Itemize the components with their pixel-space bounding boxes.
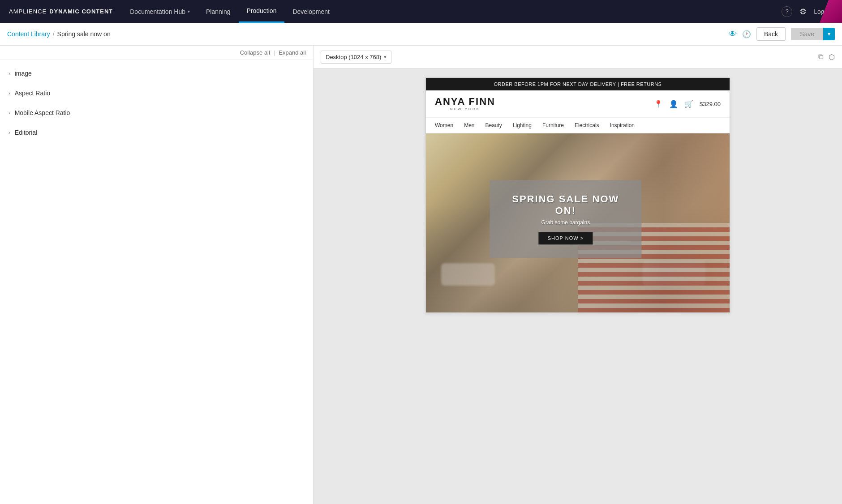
device-label: Desktop (1024 x 768) [326, 54, 381, 60]
copy-preview-button[interactable]: ⧉ [818, 53, 823, 61]
store-announcement: ORDER BEFORE 1PM FOR NEXT DAY DELIVERY |… [426, 78, 730, 90]
toolbar-separator: | [274, 49, 275, 56]
hero-content: SPRING SALE NOW ON! Grab some bargains S… [490, 180, 641, 258]
hero-box: SPRING SALE NOW ON! Grab some bargains S… [490, 180, 641, 258]
nav-item-development[interactable]: Development [284, 0, 338, 23]
chevron-right-icon: › [9, 71, 10, 76]
main-layout: Collapse all | Expand all › image › Aspe… [0, 46, 842, 504]
preview-toolbar-right: ⧉ ⬡ [818, 53, 835, 61]
nav-item-planning[interactable]: Planning [198, 0, 239, 23]
nav-items: Documentation Hub ▾ Planning Production … [122, 0, 774, 23]
sidebar-item-image-label: image [15, 70, 32, 77]
store-nav-beauty[interactable]: Beauty [485, 122, 502, 128]
right-panel: Desktop (1024 x 768) ▾ ⧉ ⬡ ORDER BEFORE … [314, 46, 842, 504]
collapse-all-button[interactable]: Collapse all [240, 49, 270, 56]
sidebar-item-mobile-aspect-ratio[interactable]: › Mobile Aspect Ratio [0, 103, 313, 123]
store-header: ANYA FINN NEW YORK 📍 👤 🛒 $329.00 [426, 90, 730, 118]
sidebar-item-editorial[interactable]: › Editorial [0, 123, 313, 142]
nav-item-documentation-hub[interactable]: Documentation Hub ▾ [122, 0, 198, 23]
preview-area: ORDER BEFORE 1PM FOR NEXT DAY DELIVERY |… [314, 68, 842, 504]
store-nav-inspiration[interactable]: Inspiration [610, 122, 635, 128]
chevron-down-icon: ▾ [188, 9, 190, 14]
preview-toolbar: Desktop (1024 x 768) ▾ ⧉ ⬡ [314, 46, 842, 68]
breadcrumb-bar: Content Library / Spring sale now on 👁 🕐… [0, 23, 842, 46]
sidebar-item-aspect-ratio[interactable]: › Aspect Ratio [0, 83, 313, 103]
device-selector[interactable]: Desktop (1024 x 768) ▾ [321, 51, 391, 64]
location-icon: 📍 [654, 100, 663, 108]
top-nav: AMPLIENCE DYNAMIC CONTENT Documentation … [0, 0, 842, 23]
external-link-button[interactable]: ⬡ [829, 53, 835, 61]
breadcrumb-current: Spring sale now on [57, 30, 111, 38]
brand-dc: DYNAMIC CONTENT [49, 8, 113, 15]
store-logo-sub: NEW YORK [435, 107, 495, 111]
brand: AMPLIENCE DYNAMIC CONTENT [0, 8, 122, 15]
save-button-group: Save ▾ [791, 28, 835, 40]
chevron-right-icon: › [9, 90, 10, 96]
store-header-icons: 📍 👤 🛒 $329.00 [654, 100, 721, 108]
hero-car-left [441, 263, 495, 286]
brand-amplience: AMPLIENCE [9, 8, 47, 15]
chevron-right-icon: › [9, 110, 10, 115]
panel-toolbar: Collapse all | Expand all [0, 46, 313, 60]
expand-all-button[interactable]: Expand all [279, 49, 306, 56]
hero-subtitle: Grab some bargains [507, 219, 623, 226]
sidebar-item-mobile-aspect-ratio-label: Mobile Aspect Ratio [15, 109, 70, 116]
save-button[interactable]: Save [791, 28, 823, 40]
history-icon-button[interactable]: 🕐 [742, 30, 751, 38]
settings-button[interactable]: ⚙ [799, 7, 807, 17]
breadcrumb-actions: 👁 🕐 Back Save ▾ [729, 27, 835, 41]
store-nav-men[interactable]: Men [464, 122, 474, 128]
breadcrumb-separator: / [53, 30, 55, 38]
cart-amount: $329.00 [700, 101, 721, 107]
store-nav: Women Men Beauty Lighting Furniture Elec… [426, 118, 730, 133]
sidebar-items: › image › Aspect Ratio › Mobile Aspect R… [0, 60, 313, 504]
account-icon: 👤 [669, 100, 678, 108]
left-panel: Collapse all | Expand all › image › Aspe… [0, 46, 314, 504]
device-dropdown-arrow: ▾ [384, 54, 387, 60]
back-button[interactable]: Back [756, 27, 786, 41]
help-button[interactable]: ? [782, 6, 792, 17]
eye-icon-button[interactable]: 👁 [729, 30, 737, 39]
sidebar-item-image[interactable]: › image [0, 64, 313, 83]
cart-icon: 🛒 [684, 100, 693, 108]
hero-cta-button[interactable]: SHOP NOW > [539, 232, 593, 244]
sidebar-item-editorial-label: Editorial [15, 129, 38, 136]
breadcrumb: Content Library / Spring sale now on [7, 30, 111, 38]
content-library-link[interactable]: Content Library [7, 30, 50, 38]
store-nav-electricals[interactable]: Electricals [575, 122, 599, 128]
chevron-right-icon: › [9, 130, 10, 135]
hero-title: SPRING SALE NOW ON! [507, 193, 623, 217]
store-nav-women[interactable]: Women [435, 122, 453, 128]
store-nav-lighting[interactable]: Lighting [513, 122, 532, 128]
store-nav-furniture[interactable]: Furniture [542, 122, 564, 128]
sidebar-item-aspect-ratio-label: Aspect Ratio [15, 90, 50, 97]
store-hero: SPRING SALE NOW ON! Grab some bargains S… [426, 133, 730, 312]
preview-frame: ORDER BEFORE 1PM FOR NEXT DAY DELIVERY |… [425, 77, 730, 313]
store-logo: ANYA FINN NEW YORK [435, 97, 495, 111]
nav-item-production[interactable]: Production [239, 0, 285, 23]
save-dropdown-button[interactable]: ▾ [823, 28, 835, 40]
